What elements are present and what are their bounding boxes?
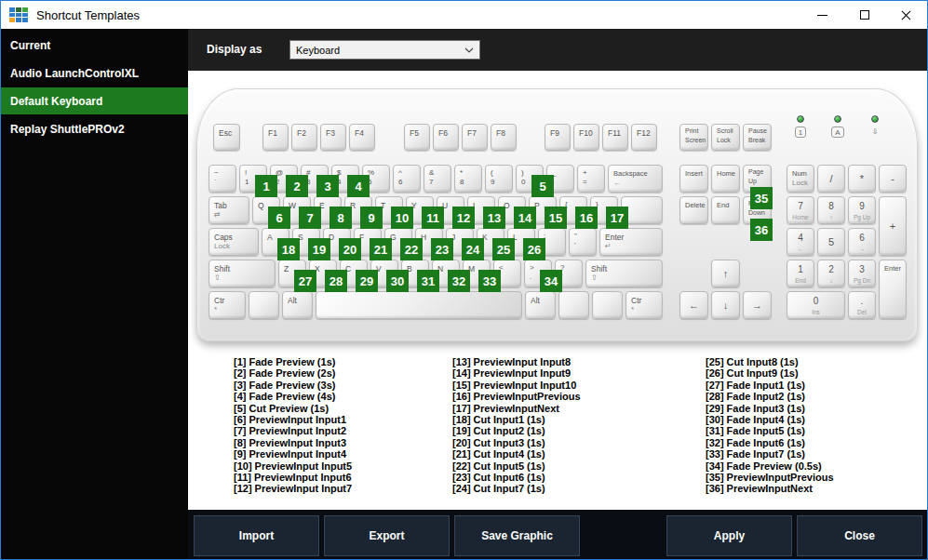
led-dot-icon xyxy=(797,115,804,123)
window-title: Shortcut Templates xyxy=(36,8,801,22)
apply-button[interactable]: Apply xyxy=(666,515,792,556)
legend-entry: [2] Fade Preview (2s) xyxy=(234,367,452,379)
key-ctrl-right: Ctr* xyxy=(625,291,663,319)
shortcut-badge-29: 29 xyxy=(356,270,378,292)
led-symbol-icon: A xyxy=(831,127,843,138)
led-indicator-a: A xyxy=(824,115,852,138)
key-space xyxy=(316,291,522,319)
shortcut-badge-28: 28 xyxy=(325,270,347,292)
legend-entry: [8] PreviewInput Input3 xyxy=(234,437,452,448)
shortcut-badge-31: 31 xyxy=(417,270,439,292)
key-numpad-enter: Enter xyxy=(879,260,907,319)
key-end: End xyxy=(711,196,740,224)
kb-leds: 1A⇩ xyxy=(787,115,889,138)
key-numpad-8: 8↑ xyxy=(817,196,845,224)
key-f11: F11 xyxy=(602,124,628,151)
key-6: ^6 xyxy=(393,165,421,193)
led-symbol-icon: 1 xyxy=(795,127,806,138)
key-numpad-3: 3Pg Dn xyxy=(848,260,876,287)
legend-entry: [6] PreviewInput Input1 xyxy=(234,414,452,425)
display-as-dropdown[interactable]: Keyboard xyxy=(289,40,480,60)
minimize-button[interactable] xyxy=(801,1,843,29)
legend-entry: [25] Cut Input8 (1s) xyxy=(706,356,924,367)
led-symbol-icon: ⇩ xyxy=(872,127,879,138)
shortcut-badge-18: 18 xyxy=(277,238,300,260)
key-f4: F4 xyxy=(349,124,375,151)
key-f6: F6 xyxy=(433,124,459,151)
key-f2: F2 xyxy=(291,124,317,151)
key-equals: += xyxy=(577,165,605,193)
key-delete: Delete xyxy=(679,196,708,224)
key-8: *8 xyxy=(454,165,482,193)
shortcut-badge-30: 30 xyxy=(386,270,409,292)
key-page-up: PageUp35 xyxy=(743,165,772,193)
sidebar-item-current[interactable]: Current xyxy=(1,32,188,59)
shortcut-badge-19: 19 xyxy=(308,238,330,260)
key-apostrophe: "' xyxy=(569,228,597,256)
import-button[interactable]: Import xyxy=(194,515,319,556)
key-shift-left: Shift⇧ xyxy=(208,260,276,287)
shortcut-badge-7: 7 xyxy=(299,207,321,229)
key-lock: ScrollLock xyxy=(711,124,740,151)
save-graphic-button[interactable]: Save Graphic xyxy=(454,515,580,556)
legend-entry: [33] Fade Input7 (1s) xyxy=(706,448,924,460)
legend-entry: [35] PreviewInputPrevious xyxy=(706,472,924,483)
sidebar-item-replay-shuttleprov2[interactable]: Replay ShuttlePROv2 xyxy=(1,115,188,142)
legend-entry: [30] Fade Input4 (1s) xyxy=(706,414,924,425)
key-home: Home xyxy=(711,165,740,193)
led-dot-icon xyxy=(871,115,879,123)
legend-entry: [18] Cut Input1 (1s) xyxy=(452,414,671,425)
key-z: Z27 xyxy=(278,260,306,287)
title-bar: Shortcut Templates xyxy=(1,1,927,29)
legend-entry: [28] Fade Input2 (1s) xyxy=(706,391,924,402)
legend-column-3: [25] Cut Input8 (1s)[26] Cut Input9 (1s)… xyxy=(706,356,924,495)
sidebar-item-default-keyboard[interactable]: Default Keyboard xyxy=(1,87,188,114)
legend-entry: [12] PreviewInput Input7 xyxy=(234,483,452,494)
key-f10: F10 xyxy=(573,124,599,151)
maximize-icon xyxy=(860,10,869,20)
shortcut-badge-4: 4 xyxy=(347,175,370,197)
key-9: (9 xyxy=(485,165,513,193)
display-as-value: Keyboard xyxy=(296,45,464,56)
shortcut-badge-35: 35 xyxy=(750,187,773,209)
legend-entry: [26] Cut Input9 (1s) xyxy=(706,367,924,379)
legend-entry: [4] Fade Preview (4s) xyxy=(234,391,452,402)
legend-entry: [21] Cut Input4 (1s) xyxy=(452,448,671,460)
close-button[interactable]: Close xyxy=(797,515,922,556)
legend-entry: [14] PreviewInput Input9 xyxy=(452,367,671,379)
export-button[interactable]: Export xyxy=(324,515,450,556)
shortcut-badge-15: 15 xyxy=(545,207,567,229)
sidebar-item-audio-launchcontrolxl[interactable]: Audio LaunchControlXL xyxy=(1,60,188,87)
key-menu xyxy=(592,291,623,319)
legend-entry: [22] Cut Input5 (1s) xyxy=(452,460,671,472)
legend-entry: [3] Fade Preview (3s) xyxy=(234,380,452,391)
shortcut-badge-11: 11 xyxy=(422,207,444,229)
window-body: CurrentAudio LaunchControlXLDefault Keyb… xyxy=(1,29,927,559)
legend-entry: [13] PreviewInput Input8 xyxy=(452,356,671,367)
shortcut-badge-1: 1 xyxy=(255,175,277,197)
shortcut-badge-3: 3 xyxy=(316,175,339,197)
template-list: CurrentAudio LaunchControlXLDefault Keyb… xyxy=(1,29,188,559)
window-controls xyxy=(801,1,927,29)
chevron-down-icon xyxy=(464,47,474,53)
legend-entry: [23] Cut Input6 (1s) xyxy=(452,472,671,483)
shortcut-badge-5: 5 xyxy=(531,175,554,197)
maximize-button[interactable] xyxy=(843,1,885,29)
key-numpad-7: 7Home xyxy=(787,196,814,224)
key-7: &7 xyxy=(424,165,451,193)
key-numpad-decimal: .Del xyxy=(848,291,876,319)
minimize-icon xyxy=(817,15,827,16)
legend-entry: [19] Cut Input2 (1s) xyxy=(452,425,671,436)
key-arrow-right: → xyxy=(743,291,772,319)
key-period: >.34 xyxy=(524,260,552,287)
shortcut-badge-6: 6 xyxy=(268,207,290,229)
shortcut-badge-14: 14 xyxy=(514,207,536,229)
key-numpad-4: 4← xyxy=(787,228,814,256)
shortcut-badge-21: 21 xyxy=(370,238,392,260)
close-button[interactable] xyxy=(885,1,927,29)
shortcut-badge-10: 10 xyxy=(391,207,413,229)
key-blank: ~` xyxy=(208,165,236,193)
legend-entry: [36] PreviewInputNext xyxy=(706,483,924,494)
key-numpad-2: 2↓ xyxy=(817,260,845,287)
key-tab: Tab⇄ xyxy=(208,196,249,224)
